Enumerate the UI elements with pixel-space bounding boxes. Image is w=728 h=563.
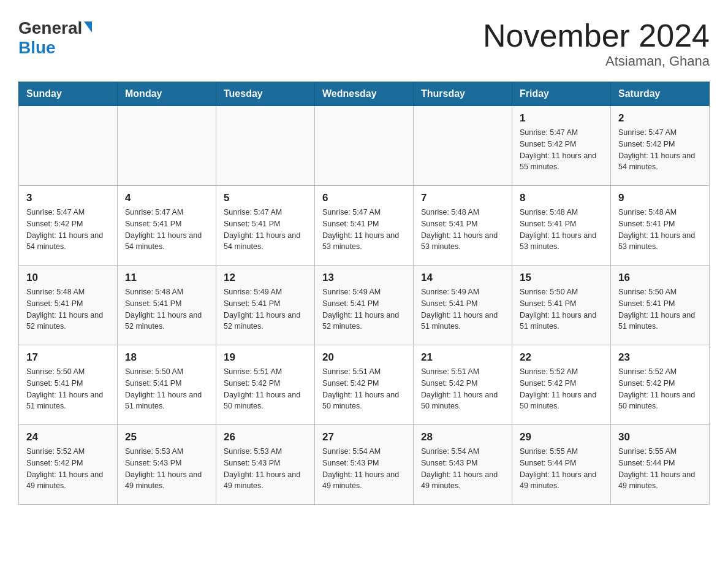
- calendar-cell: 16Sunrise: 5:50 AM Sunset: 5:41 PM Dayli…: [611, 266, 710, 345]
- calendar-cell: 1Sunrise: 5:47 AM Sunset: 5:42 PM Daylig…: [512, 106, 611, 186]
- day-info: Sunrise: 5:47 AM Sunset: 5:41 PM Dayligh…: [322, 207, 406, 253]
- calendar-header-row: SundayMondayTuesdayWednesdayThursdayFrid…: [19, 82, 710, 106]
- calendar-cell: [19, 106, 118, 186]
- col-header-friday: Friday: [512, 82, 611, 106]
- day-info: Sunrise: 5:53 AM Sunset: 5:43 PM Dayligh…: [224, 446, 307, 492]
- col-header-sunday: Sunday: [19, 82, 118, 106]
- calendar-cell: 22Sunrise: 5:52 AM Sunset: 5:42 PM Dayli…: [512, 345, 611, 425]
- day-number: 8: [520, 192, 603, 204]
- day-number: 11: [125, 272, 208, 284]
- col-header-tuesday: Tuesday: [216, 82, 315, 106]
- calendar-title: November 2024: [483, 18, 710, 53]
- col-header-saturday: Saturday: [611, 82, 710, 106]
- calendar-week-row: 17Sunrise: 5:50 AM Sunset: 5:41 PM Dayli…: [19, 345, 710, 425]
- calendar-cell: 19Sunrise: 5:51 AM Sunset: 5:42 PM Dayli…: [216, 345, 315, 425]
- day-info: Sunrise: 5:49 AM Sunset: 5:41 PM Dayligh…: [322, 286, 406, 332]
- day-number: 16: [618, 272, 702, 284]
- calendar-cell: 20Sunrise: 5:51 AM Sunset: 5:42 PM Dayli…: [315, 345, 414, 425]
- title-block: November 2024 Atsiaman, Ghana: [483, 18, 710, 69]
- day-info: Sunrise: 5:48 AM Sunset: 5:41 PM Dayligh…: [520, 207, 603, 253]
- day-number: 4: [125, 192, 208, 204]
- day-number: 27: [322, 431, 406, 443]
- logo-general-text: General: [18, 18, 82, 38]
- day-number: 23: [618, 351, 702, 364]
- logo-blue-text: Blue: [18, 38, 56, 58]
- calendar-cell: 23Sunrise: 5:52 AM Sunset: 5:42 PM Dayli…: [611, 345, 710, 425]
- day-info: Sunrise: 5:48 AM Sunset: 5:41 PM Dayligh…: [125, 286, 208, 332]
- calendar-cell: 11Sunrise: 5:48 AM Sunset: 5:41 PM Dayli…: [118, 266, 216, 345]
- day-number: 13: [322, 272, 406, 284]
- day-number: 30: [618, 431, 702, 443]
- calendar-cell: 18Sunrise: 5:50 AM Sunset: 5:41 PM Dayli…: [118, 345, 216, 425]
- calendar-cell: 26Sunrise: 5:53 AM Sunset: 5:43 PM Dayli…: [216, 425, 315, 505]
- calendar-cell: 27Sunrise: 5:54 AM Sunset: 5:43 PM Dayli…: [315, 425, 414, 505]
- col-header-monday: Monday: [118, 82, 216, 106]
- day-info: Sunrise: 5:47 AM Sunset: 5:41 PM Dayligh…: [224, 207, 307, 253]
- calendar-cell: 4Sunrise: 5:47 AM Sunset: 5:41 PM Daylig…: [118, 186, 216, 266]
- calendar-cell: 13Sunrise: 5:49 AM Sunset: 5:41 PM Dayli…: [315, 266, 414, 345]
- day-info: Sunrise: 5:47 AM Sunset: 5:42 PM Dayligh…: [26, 207, 110, 253]
- day-number: 15: [520, 272, 603, 284]
- calendar-cell: 7Sunrise: 5:48 AM Sunset: 5:41 PM Daylig…: [414, 186, 512, 266]
- day-number: 28: [421, 431, 504, 443]
- day-number: 12: [224, 272, 307, 284]
- calendar-cell: 12Sunrise: 5:49 AM Sunset: 5:41 PM Dayli…: [216, 266, 315, 345]
- calendar-cell: 10Sunrise: 5:48 AM Sunset: 5:41 PM Dayli…: [19, 266, 118, 345]
- col-header-thursday: Thursday: [414, 82, 512, 106]
- calendar-cell: [216, 106, 315, 186]
- day-number: 26: [224, 431, 307, 443]
- day-number: 22: [520, 351, 603, 364]
- calendar-cell: [118, 106, 216, 186]
- page-header: General Blue November 2024 Atsiaman, Gha…: [18, 18, 710, 69]
- day-info: Sunrise: 5:51 AM Sunset: 5:42 PM Dayligh…: [224, 366, 307, 412]
- calendar-cell: 8Sunrise: 5:48 AM Sunset: 5:41 PM Daylig…: [512, 186, 611, 266]
- day-info: Sunrise: 5:50 AM Sunset: 5:41 PM Dayligh…: [26, 366, 110, 412]
- day-info: Sunrise: 5:52 AM Sunset: 5:42 PM Dayligh…: [618, 366, 702, 412]
- day-info: Sunrise: 5:49 AM Sunset: 5:41 PM Dayligh…: [224, 286, 307, 332]
- calendar-cell: 17Sunrise: 5:50 AM Sunset: 5:41 PM Dayli…: [19, 345, 118, 425]
- day-number: 25: [125, 431, 208, 443]
- day-number: 24: [26, 431, 110, 443]
- day-info: Sunrise: 5:47 AM Sunset: 5:42 PM Dayligh…: [520, 127, 603, 173]
- day-info: Sunrise: 5:47 AM Sunset: 5:41 PM Dayligh…: [125, 207, 208, 253]
- day-info: Sunrise: 5:52 AM Sunset: 5:42 PM Dayligh…: [26, 446, 110, 492]
- day-info: Sunrise: 5:50 AM Sunset: 5:41 PM Dayligh…: [125, 366, 208, 412]
- day-number: 5: [224, 192, 307, 204]
- logo-arrow-icon: [84, 21, 92, 33]
- col-header-wednesday: Wednesday: [315, 82, 414, 106]
- day-number: 7: [421, 192, 504, 204]
- day-info: Sunrise: 5:52 AM Sunset: 5:42 PM Dayligh…: [520, 366, 603, 412]
- calendar-cell: 30Sunrise: 5:55 AM Sunset: 5:44 PM Dayli…: [611, 425, 710, 505]
- calendar-cell: [414, 106, 512, 186]
- day-info: Sunrise: 5:48 AM Sunset: 5:41 PM Dayligh…: [421, 207, 504, 253]
- calendar-cell: 14Sunrise: 5:49 AM Sunset: 5:41 PM Dayli…: [414, 266, 512, 345]
- calendar-cell: 29Sunrise: 5:55 AM Sunset: 5:44 PM Dayli…: [512, 425, 611, 505]
- calendar-cell: 5Sunrise: 5:47 AM Sunset: 5:41 PM Daylig…: [216, 186, 315, 266]
- day-number: 6: [322, 192, 406, 204]
- day-number: 20: [322, 351, 406, 364]
- day-number: 17: [26, 351, 110, 364]
- day-info: Sunrise: 5:54 AM Sunset: 5:43 PM Dayligh…: [322, 446, 406, 492]
- day-info: Sunrise: 5:55 AM Sunset: 5:44 PM Dayligh…: [618, 446, 702, 492]
- calendar-week-row: 10Sunrise: 5:48 AM Sunset: 5:41 PM Dayli…: [19, 266, 710, 345]
- calendar-cell: 15Sunrise: 5:50 AM Sunset: 5:41 PM Dayli…: [512, 266, 611, 345]
- day-number: 21: [421, 351, 504, 364]
- day-number: 1: [520, 112, 603, 124]
- day-number: 29: [520, 431, 603, 443]
- calendar-cell: [315, 106, 414, 186]
- calendar-cell: 9Sunrise: 5:48 AM Sunset: 5:41 PM Daylig…: [611, 186, 710, 266]
- day-info: Sunrise: 5:53 AM Sunset: 5:43 PM Dayligh…: [125, 446, 208, 492]
- logo: General Blue: [18, 18, 92, 58]
- calendar-cell: 3Sunrise: 5:47 AM Sunset: 5:42 PM Daylig…: [19, 186, 118, 266]
- day-info: Sunrise: 5:55 AM Sunset: 5:44 PM Dayligh…: [520, 446, 603, 492]
- day-info: Sunrise: 5:48 AM Sunset: 5:41 PM Dayligh…: [618, 207, 702, 253]
- day-info: Sunrise: 5:49 AM Sunset: 5:41 PM Dayligh…: [421, 286, 504, 332]
- calendar-cell: 6Sunrise: 5:47 AM Sunset: 5:41 PM Daylig…: [315, 186, 414, 266]
- day-info: Sunrise: 5:48 AM Sunset: 5:41 PM Dayligh…: [26, 286, 110, 332]
- day-number: 18: [125, 351, 208, 364]
- calendar-week-row: 1Sunrise: 5:47 AM Sunset: 5:42 PM Daylig…: [19, 106, 710, 186]
- day-number: 2: [618, 112, 702, 124]
- day-number: 9: [618, 192, 702, 204]
- calendar-cell: 2Sunrise: 5:47 AM Sunset: 5:42 PM Daylig…: [611, 106, 710, 186]
- calendar-week-row: 24Sunrise: 5:52 AM Sunset: 5:42 PM Dayli…: [19, 425, 710, 505]
